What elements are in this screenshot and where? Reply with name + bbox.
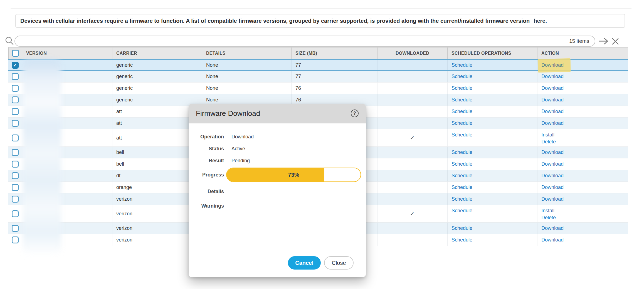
row-checkbox[interactable] [12,161,19,168]
downloaded-cell [377,158,448,170]
row-checkbox-cell[interactable] [8,234,22,246]
schedule-link[interactable]: Schedule [451,85,472,91]
downloaded-check-icon: ✓ [410,134,415,141]
action-link[interactable]: Install [541,132,554,138]
action-link[interactable]: Download [541,173,564,179]
schedule-link[interactable]: Schedule [451,173,472,179]
table-row[interactable]: genericNone76ScheduleDownload [8,83,628,94]
column-header-details[interactable]: DETAILS [202,48,292,59]
carrier-cell: generic [112,60,202,70]
action-cell: Download [537,147,628,158]
carrier-cell: generic [112,94,202,106]
row-checkbox-cell[interactable] [8,147,22,158]
action-link[interactable]: Download [541,62,564,68]
select-all-checkbox-cell[interactable] [8,48,22,59]
select-all-checkbox[interactable] [12,50,19,57]
row-checkbox[interactable] [12,210,19,217]
row-checkbox-cell[interactable] [8,223,22,234]
top-divider [11,8,631,9]
table-row[interactable]: genericNone77ScheduleDownload [8,71,628,83]
row-checkbox[interactable] [12,184,19,191]
action-cell: Download [537,170,628,181]
downloaded-cell [377,83,448,94]
schedule-link[interactable]: Schedule [451,108,472,115]
schedule-link[interactable]: Schedule [451,62,472,68]
row-checkbox[interactable] [12,134,19,141]
action-link[interactable]: Download [541,161,564,167]
modal-header: Firmware Download ? [189,104,366,123]
action-link[interactable]: Install [541,208,554,214]
schedule-link[interactable]: Schedule [451,161,472,167]
row-checkbox-cell[interactable] [8,71,22,82]
row-checkbox-cell[interactable] [8,83,22,94]
row-checkbox[interactable] [12,85,19,92]
action-link[interactable]: Download [541,97,564,103]
action-link[interactable]: Download [541,225,564,231]
row-checkbox[interactable] [12,108,19,115]
row-checkbox[interactable] [12,149,19,156]
scheduled-operations-cell: Schedule [448,223,537,234]
close-button[interactable]: Close [324,256,354,270]
search-submit-arrow-icon[interactable] [598,37,610,45]
row-checkbox-cell[interactable] [8,158,22,170]
row-checkbox-cell[interactable] [8,182,22,193]
warnings-value [224,203,231,209]
row-checkbox-cell[interactable] [8,129,22,146]
row-checkbox[interactable] [12,96,19,103]
search-clear-icon[interactable] [611,38,619,45]
carrier-cell: generic [112,83,202,94]
row-checkbox[interactable] [12,236,19,243]
action-link[interactable]: Download [541,184,564,191]
row-checkbox-cell[interactable] [8,193,22,205]
schedule-link[interactable]: Schedule [451,225,472,231]
version-cell [22,147,112,158]
version-cell [22,182,112,193]
row-checkbox[interactable]: ✓ [12,62,19,69]
action-link[interactable]: Download [541,120,564,126]
schedule-link[interactable]: Schedule [451,73,472,80]
schedule-link[interactable]: Schedule [451,237,472,243]
row-checkbox-cell[interactable] [8,106,22,117]
cancel-button[interactable]: Cancel [288,256,321,270]
row-checkbox-cell[interactable] [8,170,22,181]
row-checkbox[interactable] [12,225,19,232]
scheduled-operations-cell: Schedule [448,118,537,129]
action-link[interactable]: Download [541,237,564,243]
info-banner-here-link[interactable]: here. [534,18,547,24]
items-count-badge: 15 items [569,38,589,44]
search-icon[interactable] [4,36,14,46]
action-link[interactable]: Delete [541,139,556,145]
row-checkbox-cell[interactable]: ✓ [8,60,22,70]
column-header-downloaded[interactable]: DOWNLOADED [377,48,448,59]
scheduled-operations-cell: Schedule [448,205,537,222]
row-checkbox-cell[interactable] [8,118,22,129]
action-link[interactable]: Download [541,108,564,115]
row-checkbox-cell[interactable] [8,205,22,222]
schedule-link[interactable]: Schedule [451,132,472,138]
schedule-link[interactable]: Schedule [451,208,472,214]
action-link[interactable]: Download [541,73,564,80]
row-checkbox[interactable] [12,172,19,179]
table-row[interactable]: ✓genericNone77ScheduleDownload [8,59,628,71]
column-header-action[interactable]: ACTION [537,48,628,59]
row-checkbox[interactable] [12,120,19,127]
action-link[interactable]: Download [541,196,564,202]
schedule-link[interactable]: Schedule [451,184,472,191]
action-link[interactable]: Delete [541,215,556,221]
row-checkbox-cell[interactable] [8,94,22,106]
schedule-link[interactable]: Schedule [451,97,472,103]
search-input[interactable]: 15 items [14,36,595,47]
scheduled-operations-cell: Schedule [448,83,537,94]
schedule-link[interactable]: Schedule [451,120,472,126]
row-checkbox[interactable] [12,73,19,80]
row-checkbox[interactable] [12,196,19,203]
schedule-link[interactable]: Schedule [451,196,472,202]
column-header-size[interactable]: SIZE (MB) [292,48,377,59]
column-header-carrier[interactable]: CARRIER [112,48,202,59]
action-link[interactable]: Download [541,85,564,91]
action-link[interactable]: Download [541,149,564,156]
help-icon[interactable]: ? [351,109,359,117]
column-header-scheduled[interactable]: SCHEDULED OPERATIONS [448,48,537,59]
column-header-version[interactable]: VERSION [22,48,112,59]
schedule-link[interactable]: Schedule [451,149,472,156]
